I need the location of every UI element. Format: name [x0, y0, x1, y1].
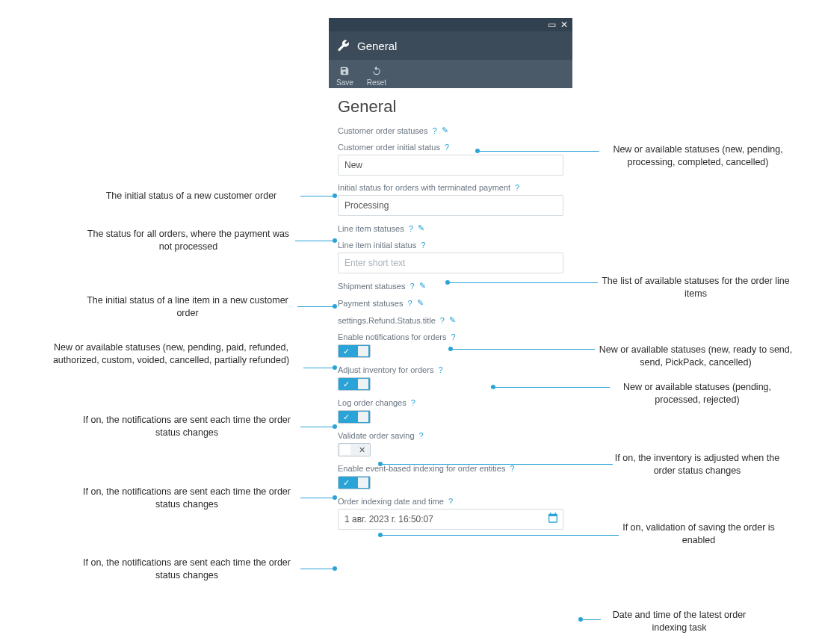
page-title: General	[338, 97, 563, 117]
panel-header: General	[329, 31, 572, 60]
reset-icon	[371, 66, 382, 78]
callout-terminated-payment: The status for all orders, where the pay…	[84, 228, 293, 253]
callout-line	[451, 349, 595, 350]
field-label: Adjust inventory for orders	[338, 365, 433, 374]
customer-order-initial-status-input[interactable]	[338, 155, 563, 176]
callout-line	[381, 535, 619, 536]
field-label: Customer order statuses	[338, 126, 427, 135]
help-icon[interactable]: ?	[410, 282, 415, 291]
field-refund-status-title: settings.Refund.Status.title ? ✎	[338, 315, 563, 325]
toggle-knob	[358, 477, 368, 488]
field-label: settings.Refund.Status.title	[338, 316, 436, 325]
order-indexing-datetime-input[interactable]	[338, 509, 563, 530]
callout-line	[381, 464, 613, 465]
callout-line	[300, 427, 334, 427]
toggle-knob	[358, 346, 368, 356]
callout-line	[300, 196, 334, 196]
help-icon[interactable]: ?	[419, 431, 424, 440]
callout-event-indexing: If on, the notifications are sent each t…	[75, 557, 299, 582]
edit-icon[interactable]: ✎	[418, 223, 424, 233]
callout-line	[478, 151, 599, 152]
x-icon: ✕	[359, 445, 365, 455]
field-line-item-statuses: Line item statuses ? ✎	[338, 223, 563, 233]
edit-icon[interactable]: ✎	[449, 315, 456, 325]
toggle-knob	[358, 412, 368, 422]
help-icon[interactable]: ?	[411, 398, 415, 407]
close-window-icon[interactable]: ✕	[560, 19, 568, 30]
help-icon[interactable]: ?	[445, 143, 449, 152]
callout-dot	[333, 566, 337, 571]
reset-button-label: Reset	[367, 78, 386, 87]
callout-dot	[333, 193, 337, 198]
callout-line	[581, 619, 601, 620]
callout-dot	[333, 495, 337, 500]
settings-panel: ▭ ✕ General Save Reset General Customer …	[329, 18, 572, 537]
panel-header-title: General	[357, 40, 397, 52]
help-icon[interactable]: ?	[407, 299, 412, 308]
help-icon[interactable]: ?	[440, 316, 445, 325]
line-item-initial-status-input[interactable]	[338, 253, 563, 273]
check-icon: ✓	[343, 380, 350, 389]
enable-notifications-toggle[interactable]: ✓	[338, 344, 371, 358]
enable-event-based-indexing-toggle[interactable]: ✓	[338, 476, 371, 489]
help-icon[interactable]: ?	[451, 332, 456, 341]
help-icon[interactable]: ?	[515, 183, 519, 192]
callout-line-item-initial-status: The initial status of a line item in a n…	[79, 294, 296, 320]
callout-shipment-statuses: New or available statuses (new, ready to…	[596, 344, 795, 369]
field-label: Line item initial status	[338, 241, 416, 250]
callout-line	[297, 306, 334, 307]
field-label: Log order changes	[338, 398, 407, 407]
callout-adjust-inventory: If on, the inventory is adjusted when th…	[614, 452, 780, 477]
field-customer-order-initial-status: Customer order initial status ?	[338, 143, 563, 176]
initial-status-terminated-payment-input[interactable]	[338, 195, 563, 216]
field-initial-status-terminated-payment: Initial status for orders with terminate…	[338, 183, 563, 216]
wrench-icon	[336, 38, 350, 54]
restore-window-icon[interactable]: ▭	[548, 19, 556, 30]
window-titlebar: ▭ ✕	[329, 18, 572, 31]
log-order-changes-toggle[interactable]: ✓	[338, 410, 371, 424]
callout-customer-order-statuses: New or available statuses (new, pending,…	[601, 143, 795, 169]
help-icon[interactable]: ?	[432, 126, 436, 135]
field-validate-order-saving: Validate order saving ? ✕	[338, 431, 563, 456]
field-payment-statuses: Payment statuses ? ✎	[338, 298, 563, 308]
callout-line-item-statuses: The list of available statuses for the o…	[598, 275, 794, 300]
edit-icon[interactable]: ✎	[442, 126, 448, 135]
field-enable-event-based-indexing: Enable event-based indexing for order en…	[338, 464, 563, 489]
callout-refund-statuses: New or available statuses (pending, proc…	[611, 381, 783, 406]
field-label: Validate order saving	[338, 431, 415, 440]
callout-line	[295, 241, 334, 241]
field-label: Customer order initial status	[338, 143, 440, 152]
adjust-inventory-toggle[interactable]: ✓	[338, 377, 371, 391]
callout-initial-status: The initial status of a new customer ord…	[87, 190, 296, 202]
callout-indexing-datetime: Date and time of the latest order indexi…	[602, 609, 756, 634]
save-icon	[339, 66, 350, 78]
check-icon: ✓	[343, 412, 350, 422]
field-line-item-initial-status: Line item initial status ?	[338, 241, 563, 273]
calendar-icon[interactable]	[547, 512, 559, 527]
field-log-order-changes: Log order changes ? ✓	[338, 398, 563, 424]
callout-line	[300, 569, 334, 569]
edit-icon[interactable]: ✎	[419, 281, 426, 291]
panel-toolbar: Save Reset	[329, 60, 572, 88]
validate-order-saving-toggle[interactable]: ✕	[338, 443, 371, 456]
callout-payment-statuses: New or available statuses (new, pending,…	[40, 341, 302, 367]
help-icon[interactable]: ?	[438, 365, 442, 374]
field-customer-order-statuses: Customer order statuses ? ✎	[338, 126, 563, 135]
field-label: Order indexing date and time	[338, 497, 444, 506]
callout-dot	[333, 238, 337, 243]
save-button[interactable]: Save	[336, 66, 353, 87]
help-icon[interactable]: ?	[510, 464, 514, 473]
reset-button[interactable]: Reset	[367, 66, 386, 87]
callout-validate-saving: If on, validation of saving the order is…	[620, 521, 777, 547]
callout-line	[300, 498, 334, 498]
toggle-knob	[340, 445, 350, 455]
help-icon[interactable]: ?	[448, 497, 453, 506]
field-label: Enable event-based indexing for order en…	[338, 464, 505, 473]
help-icon[interactable]: ?	[409, 224, 413, 233]
check-icon: ✓	[343, 347, 350, 356]
toggle-knob	[358, 379, 368, 389]
help-icon[interactable]: ?	[421, 241, 425, 250]
edit-icon[interactable]: ✎	[417, 298, 424, 308]
field-order-indexing-datetime: Order indexing date and time ?	[338, 497, 563, 530]
field-label: Shipment statuses	[338, 282, 406, 291]
